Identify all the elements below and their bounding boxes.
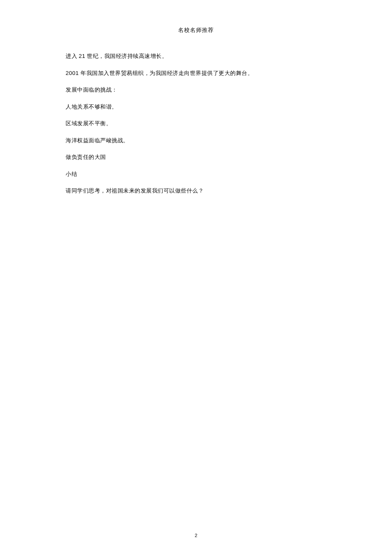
paragraph: 请同学们思考，对祖国未来的发展我们可以做些什么？	[66, 187, 328, 195]
document-page: 名校名师推荐 进入 21 世纪，我国经济持续高速增长。2001 年我国加入世界贸…	[0, 0, 392, 555]
paragraph: 2001 年我国加入世界贸易组织，为我国经济走向世界提供了更大的舞台。	[66, 69, 328, 78]
text-segment: 2001	[66, 70, 81, 76]
text-segment: 进入	[66, 53, 79, 59]
page-header: 名校名师推荐	[64, 26, 328, 34]
text-segment: 区域发展不平衡。	[66, 120, 112, 127]
text-segment: 世纪，我国经济持续高速增长。	[87, 53, 167, 59]
paragraph: 区域发展不平衡。	[66, 119, 328, 128]
text-segment: 21	[79, 53, 87, 59]
text-segment: 做负责任的大国	[66, 154, 106, 160]
text-segment: 发展中面临的挑战：	[66, 86, 118, 93]
paragraph: 海洋权益面临严峻挑战。	[66, 136, 328, 145]
paragraph: 人地关系不够和谐。	[66, 103, 328, 111]
text-segment: 请同学们思考，对祖国未来的发展我们可以做些什么？	[66, 187, 204, 194]
paragraph: 做负责任的大国	[66, 153, 328, 161]
text-segment: 人地关系不够和谐。	[66, 104, 118, 110]
text-segment: 年我国加入世界贸易组织，为我国经济走向世界提供了更大的舞台。	[81, 70, 253, 76]
text-segment: 小结	[66, 171, 77, 177]
paragraph: 小结	[66, 170, 328, 178]
text-segment: 海洋权益面临严峻挑战。	[66, 137, 129, 144]
page-number: 2	[0, 533, 392, 538]
body-content: 进入 21 世纪，我国经济持续高速增长。2001 年我国加入世界贸易组织，为我国…	[64, 52, 328, 195]
paragraph: 发展中面临的挑战：	[66, 86, 328, 94]
paragraph: 进入 21 世纪，我国经济持续高速增长。	[66, 52, 328, 60]
